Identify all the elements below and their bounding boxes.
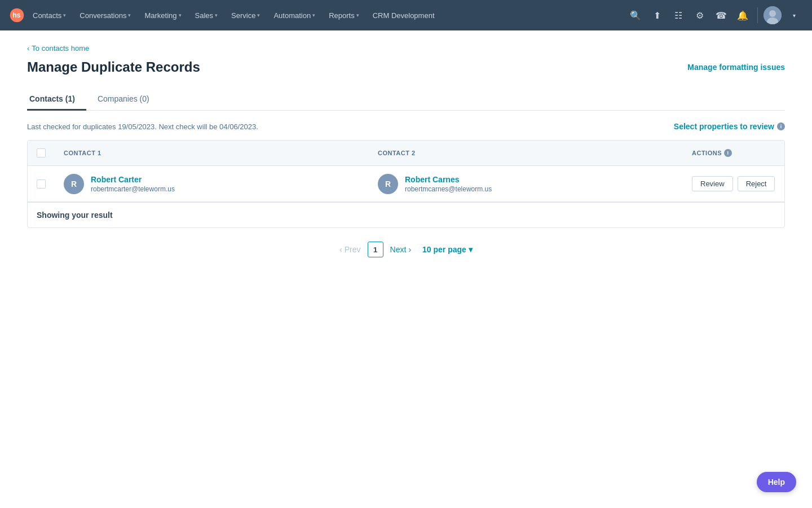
account-chevron-icon[interactable]: ▾ xyxy=(785,6,803,24)
reject-button[interactable]: Reject xyxy=(738,176,775,191)
nav-service[interactable]: Service ▾ xyxy=(226,8,266,23)
contact1-info: Robert Carter robertmcarter@teleworm.us xyxy=(91,175,175,193)
navbar: hs Contacts ▾ Conversations ▾ Marketing … xyxy=(0,0,812,30)
nav-divider xyxy=(757,7,758,23)
actions-info-icon[interactable]: i xyxy=(724,149,732,157)
page-number-1[interactable]: 1 xyxy=(368,242,383,257)
prev-button[interactable]: ‹ Prev xyxy=(339,245,360,254)
select-properties-link[interactable]: Select properties to review i xyxy=(674,122,785,131)
header-contact2: CONTACT 2 xyxy=(369,146,683,160)
nav-crm-development[interactable]: CRM Development xyxy=(367,8,440,23)
nav-conversations[interactable]: Conversations ▾ xyxy=(74,8,136,23)
notifications-icon[interactable]: 🔔 xyxy=(734,6,752,24)
back-link[interactable]: ‹ To contacts home xyxy=(27,44,785,52)
svg-point-3 xyxy=(769,10,776,17)
contact2-name[interactable]: Robert Carnes xyxy=(405,175,492,184)
contact1-avatar: R xyxy=(64,174,84,194)
chevron-down-icon: ▾ xyxy=(179,12,182,18)
last-checked-row: Last checked for duplicates 19/05/2023. … xyxy=(27,122,785,131)
contact2-email: robertmcarnes@teleworm.us xyxy=(405,185,492,193)
settings-icon[interactable]: ⚙ xyxy=(691,6,709,24)
nav-automation[interactable]: Automation ▾ xyxy=(268,8,321,23)
navbar-right: 🔍 ⬆ ☷ ⚙ ☎ 🔔 ▾ xyxy=(626,6,803,24)
chevron-down-icon: ▾ xyxy=(257,12,260,18)
tab-contacts[interactable]: Contacts (1) xyxy=(27,89,86,111)
duplicates-table: CONTACT 1 CONTACT 2 ACTIONS i R xyxy=(27,140,785,228)
chevron-down-icon: ▾ xyxy=(312,12,315,18)
row-checkbox[interactable] xyxy=(37,179,46,189)
contact1-cell: R Robert Carter robertmcarter@teleworm.u… xyxy=(55,167,369,201)
select-all-checkbox[interactable] xyxy=(37,148,46,157)
contact2-cell: R Robert Carnes robertmcarnes@teleworm.u… xyxy=(369,167,683,201)
user-avatar[interactable] xyxy=(764,6,782,24)
info-icon[interactable]: i xyxy=(777,122,785,130)
page-header: Manage Duplicate Records Manage formatti… xyxy=(27,59,785,75)
nav-marketing[interactable]: Marketing ▾ xyxy=(139,8,187,23)
header-contact1: CONTACT 1 xyxy=(55,146,369,160)
manage-formatting-link[interactable]: Manage formatting issues xyxy=(687,63,785,72)
svg-text:hs: hs xyxy=(12,11,20,19)
table-header: CONTACT 1 CONTACT 2 ACTIONS i xyxy=(28,141,784,166)
contact2-info: Robert Carnes robertmcarnes@teleworm.us xyxy=(405,175,492,193)
tabs: Contacts (1) Companies (0) xyxy=(27,89,785,111)
pagination: ‹ Prev 1 Next › 10 per page ▾ xyxy=(27,242,785,257)
prev-arrow-icon: ‹ xyxy=(339,245,342,254)
nav-reports[interactable]: Reports ▾ xyxy=(323,8,365,23)
marketplace-icon[interactable]: ☷ xyxy=(669,6,687,24)
main-content: ‹ To contacts home Manage Duplicate Reco… xyxy=(0,30,812,271)
phone-icon[interactable]: ☎ xyxy=(712,6,730,24)
next-button[interactable]: Next › xyxy=(390,245,411,254)
chevron-down-icon: ▾ xyxy=(128,12,131,18)
header-checkbox-col xyxy=(28,146,55,160)
row-checkbox-cell xyxy=(28,173,55,195)
content-area: Last checked for duplicates 19/05/2023. … xyxy=(27,111,785,257)
chevron-down-icon: ▾ xyxy=(356,12,359,18)
header-actions: ACTIONS i xyxy=(683,146,784,160)
showing-result: Showing your result xyxy=(28,202,784,227)
nav-contacts[interactable]: Contacts ▾ xyxy=(27,8,72,23)
page-title: Manage Duplicate Records xyxy=(27,59,200,75)
nav-sales[interactable]: Sales ▾ xyxy=(189,8,224,23)
chevron-down-icon: ▾ xyxy=(63,12,66,18)
per-page-selector[interactable]: 10 per page ▾ xyxy=(422,245,473,254)
actions-cell: Review Reject xyxy=(683,169,784,198)
search-icon[interactable]: 🔍 xyxy=(626,6,645,24)
table-row: R Robert Carter robertmcarter@teleworm.u… xyxy=(28,166,784,202)
per-page-chevron-icon: ▾ xyxy=(469,245,473,254)
contact1-name[interactable]: Robert Carter xyxy=(91,175,175,184)
hubspot-logo[interactable]: hs xyxy=(9,7,25,23)
review-button[interactable]: Review xyxy=(692,176,733,191)
contact2-avatar: R xyxy=(378,174,398,194)
next-arrow-icon: › xyxy=(408,245,411,254)
last-checked-text: Last checked for duplicates 19/05/2023. … xyxy=(27,122,258,131)
upgrade-icon[interactable]: ⬆ xyxy=(648,6,666,24)
contact1-email: robertmcarter@teleworm.us xyxy=(91,185,175,193)
chevron-down-icon: ▾ xyxy=(215,12,218,18)
tab-companies[interactable]: Companies (0) xyxy=(95,89,161,111)
back-arrow-icon: ‹ xyxy=(27,44,29,52)
